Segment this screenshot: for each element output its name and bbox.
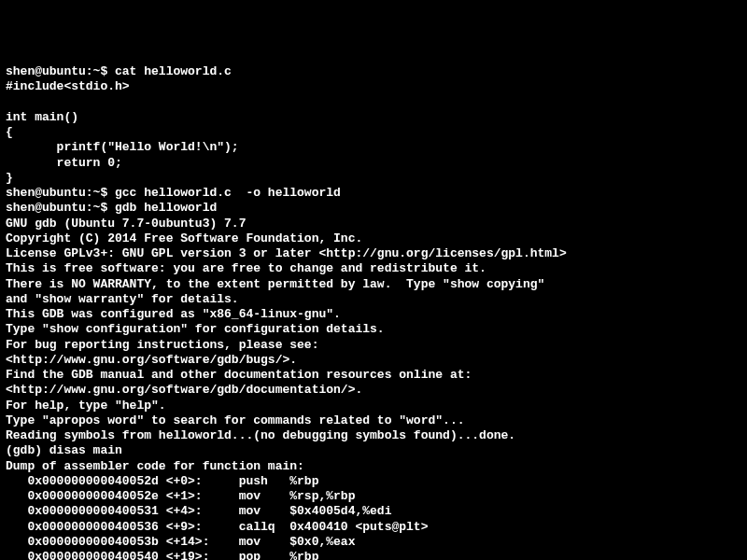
terminal-line: Reading symbols from helloworld...(no de… <box>6 428 741 443</box>
terminal-line: There is NO WARRANTY, to the extent perm… <box>6 277 741 292</box>
terminal-line: License GPLv3+: GNU GPL version 3 or lat… <box>6 246 741 261</box>
terminal-line: shen@ubuntu:~$ cat helloworld.c <box>6 64 741 79</box>
terminal-line: <http://www.gnu.org/software/gdb/documen… <box>6 383 741 398</box>
terminal-line: shen@ubuntu:~$ gcc helloworld.c -o hello… <box>6 186 741 201</box>
terminal-line: For help, type "help". <box>6 399 741 413</box>
terminal-line: 0x000000000040053b <+14>: mov $0x0,%eax <box>6 535 741 550</box>
terminal-line: For bug reporting instructions, please s… <box>6 338 741 353</box>
terminal-line: Type "show configuration" for configurat… <box>6 322 741 337</box>
terminal-line: 0x000000000040052d <+0>: push %rbp <box>6 474 741 489</box>
terminal-line: (gdb) disas main <box>6 443 741 458</box>
terminal-line: 0x000000000040052e <+1>: mov %rsp,%rbp <box>6 489 741 504</box>
terminal-line: This GDB was configured as "x86_64-linux… <box>6 307 741 322</box>
terminal-line: #include<stdio.h> <box>6 79 741 94</box>
terminal-line: GNU gdb (Ubuntu 7.7-0ubuntu3) 7.7 <box>6 217 741 231</box>
terminal-line: } <box>6 171 741 186</box>
terminal-line: return 0; <box>6 156 741 171</box>
terminal-line: This is free software: you are free to c… <box>6 261 741 276</box>
terminal-line: { <box>6 125 741 140</box>
terminal-line: Copyright (C) 2014 Free Software Foundat… <box>6 231 741 246</box>
terminal-line: <http://www.gnu.org/software/gdb/bugs/>. <box>6 353 741 368</box>
terminal-line: Dump of assembler code for function main… <box>6 459 741 474</box>
terminal-line: Type "apropos word" to search for comman… <box>6 413 741 428</box>
terminal-output[interactable]: shen@ubuntu:~$ cat helloworld.c#include<… <box>6 64 741 560</box>
terminal-line: 0x0000000000400536 <+9>: callq 0x400410 … <box>6 520 741 535</box>
terminal-line: Find the GDB manual and other documentat… <box>6 368 741 383</box>
terminal-line: 0x0000000000400540 <+19>: pop %rbp <box>6 550 741 560</box>
terminal-line: printf("Hello World!\n"); <box>6 140 741 155</box>
terminal-line: and "show warranty" for details. <box>6 292 741 307</box>
terminal-line: int main() <box>6 110 741 125</box>
terminal-line: shen@ubuntu:~$ gdb helloworld <box>6 201 741 216</box>
terminal-line: 0x0000000000400531 <+4>: mov $0x4005d4,%… <box>6 504 741 519</box>
terminal-line <box>6 95 741 110</box>
